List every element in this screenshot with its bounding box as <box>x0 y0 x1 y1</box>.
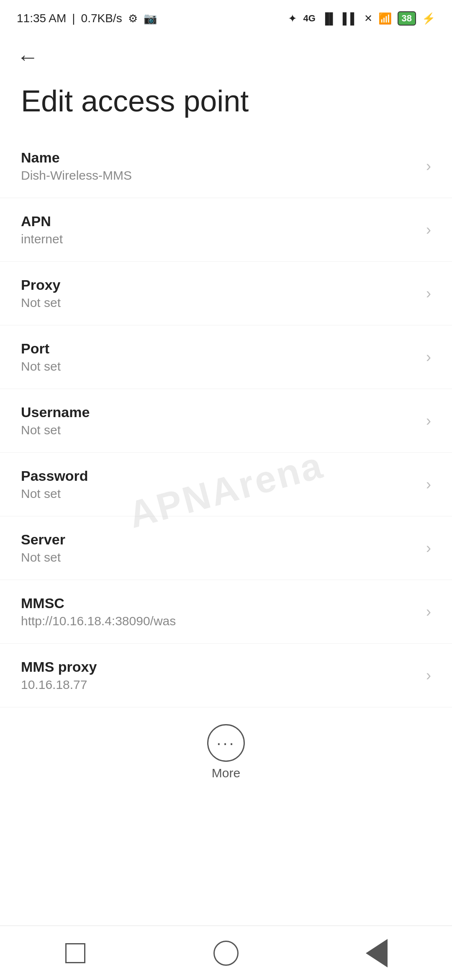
settings-item-content: MMS proxy 10.16.18.77 <box>21 659 418 692</box>
settings-item-value: Dish-Wireless-MMS <box>21 168 418 183</box>
settings-item-content: MMSC http://10.16.18.4:38090/was <box>21 595 418 628</box>
chevron-right-icon: › <box>426 539 431 557</box>
status-speed: | <box>72 12 75 25</box>
settings-item-content: Name Dish-Wireless-MMS <box>21 150 418 183</box>
settings-item-label: Password <box>21 468 418 484</box>
status-time: 11:35 AM <box>17 12 66 25</box>
settings-item-server[interactable]: Server Not set › <box>0 516 452 580</box>
settings-item-label: MMS proxy <box>21 659 418 675</box>
more-label: More <box>212 766 240 780</box>
bluetooth-icon: ✦ <box>288 12 297 25</box>
nav-home-button[interactable] <box>201 936 251 970</box>
signal-cross-icon: ✕ <box>364 13 372 24</box>
settings-item-username[interactable]: Username Not set › <box>0 389 452 453</box>
settings-item-value: Not set <box>21 550 418 565</box>
settings-item-name[interactable]: Name Dish-Wireless-MMS › <box>0 134 452 198</box>
settings-item-port[interactable]: Port Not set › <box>0 325 452 389</box>
battery-level: 38 <box>402 13 412 24</box>
settings-item-value: internet <box>21 232 418 246</box>
network-4g-icon: 4G <box>303 13 315 24</box>
settings-item-value: Not set <box>21 423 418 437</box>
settings-item-content: Server Not set <box>21 531 418 565</box>
chevron-right-icon: › <box>426 412 431 430</box>
chevron-right-icon: › <box>426 285 431 302</box>
back-button[interactable]: ← <box>17 46 39 68</box>
home-icon <box>213 941 239 966</box>
page-title: Edit access point <box>0 72 452 134</box>
nav-back-button[interactable] <box>352 936 402 970</box>
chevron-right-icon: › <box>426 476 431 493</box>
settings-item-label: Username <box>21 404 418 420</box>
chevron-right-icon: › <box>426 157 431 175</box>
more-button[interactable]: ··· <box>207 724 245 762</box>
more-dots-icon: ··· <box>216 735 235 751</box>
recents-icon <box>65 943 85 963</box>
status-bar: 11:35 AM | 0.7KB/s ⚙ 📷 ✦ 4G ▐▌ ▌▌ ✕ 📶 38… <box>0 0 452 34</box>
settings-item-content: Proxy Not set <box>21 277 418 310</box>
chevron-right-icon: › <box>426 667 431 684</box>
video-icon: 📷 <box>144 12 157 25</box>
settings-item-label: APN <box>21 213 418 230</box>
settings-item-mmsc[interactable]: MMSC http://10.16.18.4:38090/was › <box>0 580 452 644</box>
status-network-speed: 0.7KB/s <box>81 12 122 25</box>
settings-item-proxy[interactable]: Proxy Not set › <box>0 262 452 325</box>
chevron-right-icon: › <box>426 348 431 366</box>
settings-item-content: Password Not set <box>21 468 418 501</box>
nav-recents-button[interactable] <box>50 936 100 970</box>
bolt-icon: ⚡ <box>422 12 435 25</box>
back-icon <box>366 939 388 967</box>
more-section: ··· More <box>0 707 452 793</box>
settings-item-value: Not set <box>21 359 418 374</box>
settings-item-label: MMSC <box>21 595 418 611</box>
settings-item-value: 10.16.18.77 <box>21 678 418 692</box>
settings-list: Name Dish-Wireless-MMS › APN internet › … <box>0 134 452 707</box>
settings-item-content: APN internet <box>21 213 418 246</box>
settings-item-value: Not set <box>21 296 418 310</box>
settings-item-content: Username Not set <box>21 404 418 437</box>
top-navigation: ← <box>0 34 452 72</box>
signal-bars-icon: ▐▌ <box>321 12 337 25</box>
signal-bars-2-icon: ▌▌ <box>343 12 358 25</box>
settings-item-content: Port Not set <box>21 340 418 374</box>
settings-item-label: Server <box>21 531 418 548</box>
chevron-right-icon: › <box>426 221 431 239</box>
status-left: 11:35 AM | 0.7KB/s ⚙ 📷 <box>17 12 157 25</box>
battery-indicator: 38 <box>398 11 416 26</box>
settings-item-label: Name <box>21 150 418 166</box>
settings-item-value: Not set <box>21 487 418 501</box>
wifi-icon: 📶 <box>378 12 392 25</box>
navigation-bar <box>0 926 452 980</box>
chevron-right-icon: › <box>426 603 431 621</box>
settings-item-mms-proxy[interactable]: MMS proxy 10.16.18.77 › <box>0 644 452 707</box>
settings-item-apn[interactable]: APN internet › <box>0 198 452 262</box>
settings-item-value: http://10.16.18.4:38090/was <box>21 614 418 628</box>
status-right: ✦ 4G ▐▌ ▌▌ ✕ 📶 38 ⚡ <box>288 11 435 26</box>
settings-item-password[interactable]: Password Not set › <box>0 453 452 516</box>
settings-item-label: Port <box>21 340 418 357</box>
settings-item-label: Proxy <box>21 277 418 293</box>
settings-icon: ⚙ <box>128 12 138 25</box>
